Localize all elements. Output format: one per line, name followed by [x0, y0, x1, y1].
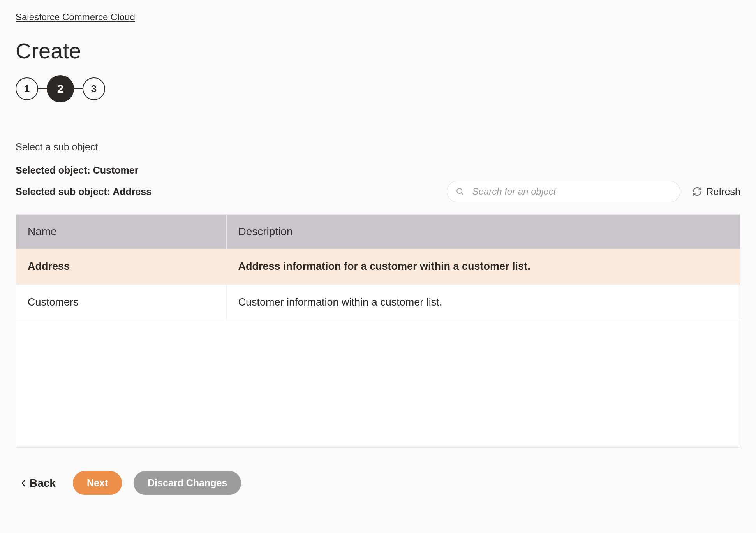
column-header-description[interactable]: Description: [226, 215, 740, 249]
step-connector: [74, 88, 83, 89]
breadcrumb-link[interactable]: Salesforce Commerce Cloud: [16, 12, 135, 23]
cell-name: Address: [16, 249, 226, 285]
objects-table: Name Description Address Address informa…: [16, 214, 740, 448]
step-1[interactable]: 1: [16, 77, 38, 100]
table-row[interactable]: Customers Customer information within a …: [16, 285, 740, 320]
selected-sub-object-label: Selected sub object: Address: [16, 181, 152, 202]
cell-description: Customer information within a customer l…: [226, 285, 740, 320]
step-3[interactable]: 3: [83, 77, 105, 100]
cell-description: Address information for a customer withi…: [226, 249, 740, 285]
column-header-name[interactable]: Name: [16, 215, 226, 249]
refresh-button[interactable]: Refresh: [692, 186, 740, 197]
refresh-icon: [692, 186, 702, 197]
stepper: 1 2 3: [16, 75, 740, 102]
refresh-label: Refresh: [706, 186, 740, 197]
search-input[interactable]: [471, 186, 671, 197]
next-button[interactable]: Next: [73, 471, 122, 495]
step-connector: [38, 88, 47, 89]
cell-name: Customers: [16, 285, 226, 320]
step-2[interactable]: 2: [47, 75, 74, 102]
chevron-left-icon: [21, 479, 26, 487]
back-label: Back: [30, 477, 56, 489]
page-title: Create: [16, 38, 740, 63]
svg-line-1: [462, 193, 463, 195]
svg-point-0: [457, 188, 462, 193]
table-row[interactable]: Address Address information for a custom…: [16, 249, 740, 285]
discard-button[interactable]: Discard Changes: [134, 471, 241, 495]
selected-object-label: Selected object: Customer: [16, 160, 152, 181]
search-box[interactable]: [447, 181, 680, 202]
search-icon: [456, 187, 464, 196]
back-button[interactable]: Back: [16, 474, 61, 493]
instruction-text: Select a sub object: [16, 141, 740, 153]
